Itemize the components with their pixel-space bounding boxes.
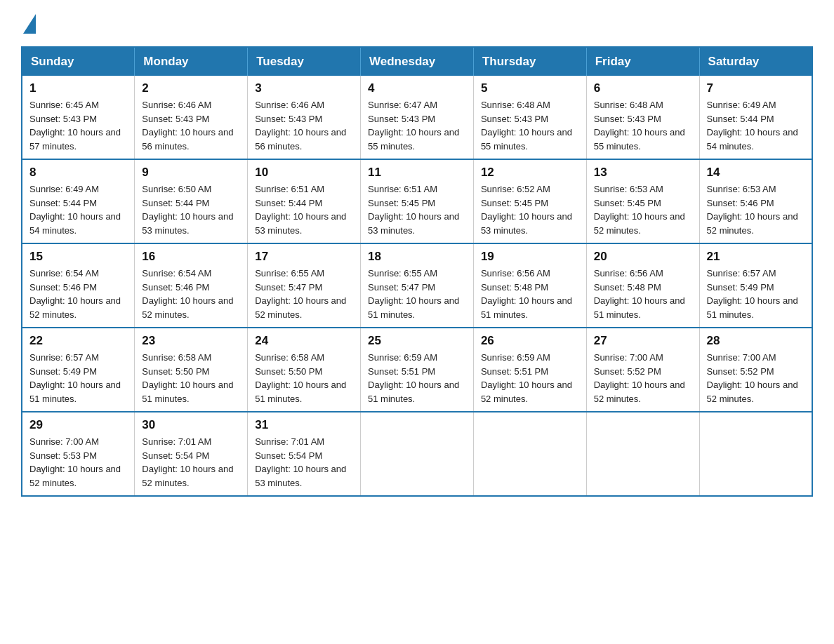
day-info: Sunrise: 6:51 AMSunset: 5:44 PMDaylight:… bbox=[255, 184, 346, 236]
table-row: 13 Sunrise: 6:53 AMSunset: 5:45 PMDaylig… bbox=[586, 159, 699, 243]
table-row: 27 Sunrise: 7:00 AMSunset: 5:52 PMDaylig… bbox=[586, 328, 699, 412]
day-number: 19 bbox=[481, 250, 579, 264]
col-saturday: Saturday bbox=[699, 47, 812, 76]
day-number: 2 bbox=[142, 81, 240, 95]
table-row: 10 Sunrise: 6:51 AMSunset: 5:44 PMDaylig… bbox=[248, 159, 361, 243]
day-number: 3 bbox=[255, 81, 353, 95]
day-number: 30 bbox=[142, 418, 240, 432]
day-info: Sunrise: 6:50 AMSunset: 5:44 PMDaylight:… bbox=[142, 184, 233, 236]
day-info: Sunrise: 7:00 AMSunset: 5:52 PMDaylight:… bbox=[594, 352, 685, 404]
day-number: 5 bbox=[481, 81, 579, 95]
day-info: Sunrise: 6:49 AMSunset: 5:44 PMDaylight:… bbox=[29, 184, 121, 236]
table-row bbox=[699, 412, 812, 496]
day-info: Sunrise: 6:59 AMSunset: 5:51 PMDaylight:… bbox=[368, 352, 459, 404]
day-number: 6 bbox=[594, 81, 692, 95]
day-info: Sunrise: 6:56 AMSunset: 5:48 PMDaylight:… bbox=[481, 268, 572, 320]
table-row: 22 Sunrise: 6:57 AMSunset: 5:49 PMDaylig… bbox=[22, 328, 135, 412]
day-info: Sunrise: 6:56 AMSunset: 5:48 PMDaylight:… bbox=[594, 268, 685, 320]
day-number: 7 bbox=[707, 81, 805, 95]
day-number: 21 bbox=[707, 250, 805, 264]
calendar-week-row: 22 Sunrise: 6:57 AMSunset: 5:49 PMDaylig… bbox=[22, 328, 812, 412]
table-row: 23 Sunrise: 6:58 AMSunset: 5:50 PMDaylig… bbox=[135, 328, 248, 412]
table-row: 5 Sunrise: 6:48 AMSunset: 5:43 PMDayligh… bbox=[473, 76, 586, 159]
table-row: 18 Sunrise: 6:55 AMSunset: 5:47 PMDaylig… bbox=[361, 243, 474, 328]
table-row: 25 Sunrise: 6:59 AMSunset: 5:51 PMDaylig… bbox=[361, 328, 474, 412]
table-row: 31 Sunrise: 7:01 AMSunset: 5:54 PMDaylig… bbox=[248, 412, 361, 496]
calendar-header-row: Sunday Monday Tuesday Wednesday Thursday… bbox=[22, 47, 812, 76]
logo-triangle-icon bbox=[23, 14, 36, 34]
table-row: 16 Sunrise: 6:54 AMSunset: 5:46 PMDaylig… bbox=[135, 243, 248, 328]
day-info: Sunrise: 6:46 AMSunset: 5:43 PMDaylight:… bbox=[255, 100, 346, 152]
table-row: 21 Sunrise: 6:57 AMSunset: 5:49 PMDaylig… bbox=[699, 243, 812, 328]
table-row bbox=[586, 412, 699, 496]
day-info: Sunrise: 7:00 AMSunset: 5:53 PMDaylight:… bbox=[29, 436, 121, 488]
table-row: 6 Sunrise: 6:48 AMSunset: 5:43 PMDayligh… bbox=[586, 76, 699, 159]
table-row bbox=[361, 412, 474, 496]
day-number: 9 bbox=[142, 166, 240, 180]
day-info: Sunrise: 7:01 AMSunset: 5:54 PMDaylight:… bbox=[142, 436, 233, 488]
day-number: 8 bbox=[29, 166, 127, 180]
day-number: 26 bbox=[481, 334, 579, 348]
day-number: 1 bbox=[29, 81, 127, 95]
day-info: Sunrise: 6:45 AMSunset: 5:43 PMDaylight:… bbox=[29, 100, 121, 152]
table-row: 20 Sunrise: 6:56 AMSunset: 5:48 PMDaylig… bbox=[586, 243, 699, 328]
page-header bbox=[21, 14, 813, 34]
table-row: 14 Sunrise: 6:53 AMSunset: 5:46 PMDaylig… bbox=[699, 159, 812, 243]
table-row: 11 Sunrise: 6:51 AMSunset: 5:45 PMDaylig… bbox=[361, 159, 474, 243]
day-number: 23 bbox=[142, 334, 240, 348]
col-friday: Friday bbox=[586, 47, 699, 76]
day-number: 4 bbox=[368, 81, 466, 95]
table-row: 3 Sunrise: 6:46 AMSunset: 5:43 PMDayligh… bbox=[248, 76, 361, 159]
day-info: Sunrise: 6:54 AMSunset: 5:46 PMDaylight:… bbox=[142, 268, 233, 320]
day-info: Sunrise: 6:46 AMSunset: 5:43 PMDaylight:… bbox=[142, 100, 233, 152]
table-row bbox=[473, 412, 586, 496]
day-number: 27 bbox=[594, 334, 692, 348]
day-number: 31 bbox=[255, 418, 353, 432]
day-info: Sunrise: 6:57 AMSunset: 5:49 PMDaylight:… bbox=[707, 268, 798, 320]
day-info: Sunrise: 6:52 AMSunset: 5:45 PMDaylight:… bbox=[481, 184, 572, 236]
day-info: Sunrise: 6:58 AMSunset: 5:50 PMDaylight:… bbox=[255, 352, 346, 404]
calendar-week-row: 8 Sunrise: 6:49 AMSunset: 5:44 PMDayligh… bbox=[22, 159, 812, 243]
day-number: 22 bbox=[29, 334, 127, 348]
table-row: 1 Sunrise: 6:45 AMSunset: 5:43 PMDayligh… bbox=[22, 76, 135, 159]
day-number: 15 bbox=[29, 250, 127, 264]
col-monday: Monday bbox=[135, 47, 248, 76]
day-number: 11 bbox=[368, 166, 466, 180]
day-number: 25 bbox=[368, 334, 466, 348]
table-row: 15 Sunrise: 6:54 AMSunset: 5:46 PMDaylig… bbox=[22, 243, 135, 328]
day-info: Sunrise: 6:55 AMSunset: 5:47 PMDaylight:… bbox=[368, 268, 459, 320]
day-info: Sunrise: 6:48 AMSunset: 5:43 PMDaylight:… bbox=[481, 100, 572, 152]
day-info: Sunrise: 6:49 AMSunset: 5:44 PMDaylight:… bbox=[707, 100, 798, 152]
col-tuesday: Tuesday bbox=[248, 47, 361, 76]
col-thursday: Thursday bbox=[473, 47, 586, 76]
table-row: 30 Sunrise: 7:01 AMSunset: 5:54 PMDaylig… bbox=[135, 412, 248, 496]
day-number: 17 bbox=[255, 250, 353, 264]
table-row: 4 Sunrise: 6:47 AMSunset: 5:43 PMDayligh… bbox=[361, 76, 474, 159]
col-wednesday: Wednesday bbox=[361, 47, 474, 76]
calendar-week-row: 15 Sunrise: 6:54 AMSunset: 5:46 PMDaylig… bbox=[22, 243, 812, 328]
day-info: Sunrise: 6:48 AMSunset: 5:43 PMDaylight:… bbox=[594, 100, 685, 152]
day-info: Sunrise: 7:01 AMSunset: 5:54 PMDaylight:… bbox=[255, 436, 346, 488]
day-info: Sunrise: 6:53 AMSunset: 5:46 PMDaylight:… bbox=[707, 184, 798, 236]
day-info: Sunrise: 6:55 AMSunset: 5:47 PMDaylight:… bbox=[255, 268, 346, 320]
table-row: 7 Sunrise: 6:49 AMSunset: 5:44 PMDayligh… bbox=[699, 76, 812, 159]
table-row: 19 Sunrise: 6:56 AMSunset: 5:48 PMDaylig… bbox=[473, 243, 586, 328]
day-info: Sunrise: 6:57 AMSunset: 5:49 PMDaylight:… bbox=[29, 352, 121, 404]
day-number: 29 bbox=[29, 418, 127, 432]
calendar-week-row: 1 Sunrise: 6:45 AMSunset: 5:43 PMDayligh… bbox=[22, 76, 812, 159]
day-number: 28 bbox=[707, 334, 805, 348]
table-row: 29 Sunrise: 7:00 AMSunset: 5:53 PMDaylig… bbox=[22, 412, 135, 496]
day-number: 12 bbox=[481, 166, 579, 180]
day-info: Sunrise: 6:54 AMSunset: 5:46 PMDaylight:… bbox=[29, 268, 121, 320]
day-number: 24 bbox=[255, 334, 353, 348]
table-row: 17 Sunrise: 6:55 AMSunset: 5:47 PMDaylig… bbox=[248, 243, 361, 328]
table-row: 12 Sunrise: 6:52 AMSunset: 5:45 PMDaylig… bbox=[473, 159, 586, 243]
table-row: 2 Sunrise: 6:46 AMSunset: 5:43 PMDayligh… bbox=[135, 76, 248, 159]
day-number: 14 bbox=[707, 166, 805, 180]
calendar-table: Sunday Monday Tuesday Wednesday Thursday… bbox=[21, 46, 813, 497]
day-number: 16 bbox=[142, 250, 240, 264]
day-number: 10 bbox=[255, 166, 353, 180]
col-sunday: Sunday bbox=[22, 47, 135, 76]
table-row: 9 Sunrise: 6:50 AMSunset: 5:44 PMDayligh… bbox=[135, 159, 248, 243]
calendar-week-row: 29 Sunrise: 7:00 AMSunset: 5:53 PMDaylig… bbox=[22, 412, 812, 496]
